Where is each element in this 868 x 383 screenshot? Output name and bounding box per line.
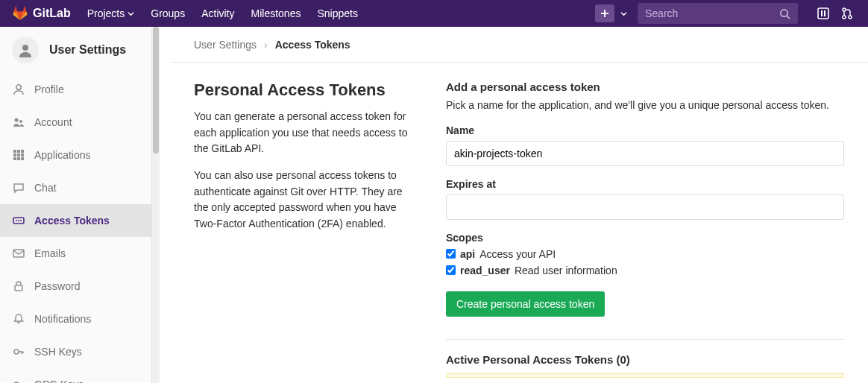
scope-row-api: api Access your API: [446, 248, 844, 260]
sidebar-item-notifications[interactable]: Notifications: [0, 303, 151, 335]
apps-icon: [12, 149, 25, 161]
sidebar-item-profile[interactable]: Profile: [0, 73, 151, 106]
svg-point-0: [781, 9, 787, 16]
sidebar-item-label: Password: [34, 280, 80, 292]
svg-rect-11: [13, 150, 16, 153]
svg-rect-16: [21, 153, 24, 156]
expires-input[interactable]: [446, 194, 844, 220]
breadcrumb-current: Access Tokens: [275, 39, 350, 51]
profile-icon: [12, 83, 25, 95]
key-icon: [12, 379, 25, 383]
section-info: Personal Access Tokens You can generate …: [194, 80, 410, 378]
svg-point-23: [20, 220, 22, 221]
breadcrumb-root[interactable]: User Settings: [194, 39, 257, 51]
nav-projects-label: Projects: [87, 7, 125, 19]
chevron-down-icon: [620, 10, 627, 17]
scope-desc: Access your API: [479, 248, 556, 260]
bell-icon: [12, 313, 25, 325]
sidebar-item-label: Notifications: [34, 313, 91, 325]
svg-point-8: [16, 85, 21, 89]
sidebar-item-gpg-keys[interactable]: GPG Keys: [0, 368, 151, 383]
merge-requests-icon[interactable]: [838, 4, 856, 22]
svg-rect-19: [21, 157, 24, 160]
sidebar-scrollbar[interactable]: [152, 27, 160, 383]
scopes-label: Scopes: [446, 232, 844, 244]
sidebar-item-account[interactable]: Account: [0, 106, 151, 139]
sidebar-item-label: Access Tokens: [34, 215, 110, 227]
name-input[interactable]: [446, 141, 844, 166]
svg-rect-24: [13, 250, 24, 257]
nav-activity[interactable]: Activity: [201, 7, 234, 19]
svg-rect-1: [818, 8, 828, 19]
svg-rect-3: [824, 10, 825, 16]
sidebar-item-chat[interactable]: Chat: [0, 171, 151, 204]
key-icon: [12, 346, 25, 358]
svg-point-22: [18, 220, 19, 221]
breadcrumb: User Settings › Access Tokens: [170, 27, 868, 63]
primary-nav: Projects Groups Activity Milestones Snip…: [87, 7, 358, 19]
sidebar-item-label: Account: [34, 116, 72, 128]
svg-point-10: [19, 120, 22, 123]
svg-rect-14: [13, 153, 16, 156]
token-icon: [12, 215, 25, 227]
scope-name: read_user: [460, 265, 510, 276]
name-label: Name: [446, 124, 844, 136]
svg-rect-15: [17, 153, 20, 156]
svg-point-5: [843, 16, 846, 19]
section-description-2: You can also use personal access tokens …: [194, 168, 410, 232]
sidebar-item-label: Applications: [34, 149, 91, 161]
divider: [446, 339, 844, 340]
avatar: [12, 37, 39, 63]
svg-rect-17: [13, 157, 16, 160]
scope-checkbox-api[interactable]: [446, 249, 456, 259]
svg-rect-18: [17, 157, 20, 160]
svg-point-4: [843, 8, 846, 11]
sidebar-item-label: Profile: [34, 83, 64, 95]
sidebar-item-password[interactable]: Password: [0, 270, 151, 303]
chat-icon: [12, 182, 25, 194]
section-description-1: You can generate a personal access token…: [194, 109, 410, 157]
main-content: User Settings › Access Tokens Personal A…: [160, 27, 868, 383]
email-icon: [12, 247, 25, 259]
account-icon: [12, 116, 25, 128]
search-box[interactable]: [638, 3, 798, 24]
sidebar-item-label: SSH Keys: [34, 346, 82, 358]
expires-label: Expires at: [446, 178, 844, 190]
new-dropdown[interactable]: [595, 4, 627, 22]
lock-icon: [12, 280, 25, 292]
empty-tokens-banner: [446, 373, 844, 378]
active-tokens-title: Active Personal Access Tokens (0): [446, 353, 844, 366]
gitlab-logo[interactable]: GitLab: [12, 6, 71, 21]
svg-point-21: [16, 220, 17, 221]
svg-point-6: [849, 16, 852, 19]
nav-milestones[interactable]: Milestones: [251, 7, 301, 19]
gitlab-tanuki-icon: [12, 6, 28, 21]
top-navbar: GitLab Projects Groups Activity Mileston…: [0, 0, 868, 27]
svg-rect-2: [821, 10, 823, 16]
page-title: Personal Access Tokens: [194, 80, 410, 100]
nav-projects[interactable]: Projects: [87, 7, 135, 19]
issues-icon[interactable]: [814, 4, 832, 22]
sidebar-item-applications[interactable]: Applications: [0, 139, 151, 171]
sidebar-item-label: Emails: [34, 247, 66, 259]
nav-snippets[interactable]: Snippets: [317, 7, 357, 19]
svg-rect-25: [15, 285, 22, 291]
sidebar-item-label: GPG Keys: [34, 379, 84, 383]
form-title: Add a personal access token: [446, 80, 844, 93]
sidebar-item-ssh-keys[interactable]: SSH Keys: [0, 335, 151, 368]
scope-checkbox-read-user[interactable]: [446, 265, 456, 275]
scope-row-read-user: read_user Read user information: [446, 265, 844, 276]
sidebar-header: User Settings: [0, 27, 151, 73]
sidebar-item-emails[interactable]: Emails: [0, 237, 151, 270]
sidebar-title: User Settings: [49, 43, 126, 57]
search-input[interactable]: [645, 7, 779, 19]
search-icon: [779, 8, 790, 19]
create-token-button[interactable]: Create personal access token: [446, 291, 605, 317]
nav-groups[interactable]: Groups: [151, 7, 185, 19]
svg-rect-12: [17, 150, 20, 153]
chevron-right-icon: ›: [264, 39, 268, 51]
settings-sidebar: User Settings Profile Account Applicatio…: [0, 27, 152, 383]
sidebar-item-access-tokens[interactable]: Access Tokens: [0, 204, 151, 237]
scrollbar-thumb[interactable]: [153, 27, 159, 153]
scope-desc: Read user information: [515, 265, 617, 276]
